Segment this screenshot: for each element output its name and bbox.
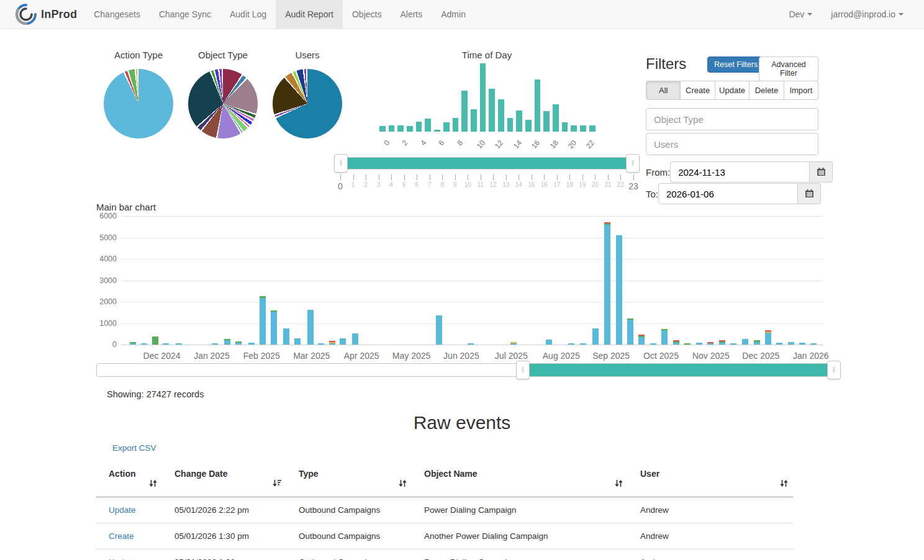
column-header-object-name[interactable]: Object Name bbox=[412, 463, 628, 497]
bar bbox=[510, 342, 517, 345]
advanced-filter-button[interactable]: Advanced Filter bbox=[759, 56, 818, 81]
bar bbox=[684, 343, 691, 345]
time-of-day-chart[interactable] bbox=[379, 63, 597, 132]
bar-segment-blue bbox=[294, 338, 301, 345]
date-range-slider[interactable]: ‖ ‖ bbox=[96, 363, 837, 377]
hour-tick bbox=[519, 174, 519, 180]
calendar-icon bbox=[817, 168, 826, 176]
nav-item-admin[interactable]: Admin bbox=[432, 0, 475, 29]
cell-action: Update bbox=[96, 549, 162, 560]
bar-segment-blue bbox=[271, 312, 277, 345]
hour-tick bbox=[442, 174, 443, 180]
bar bbox=[730, 343, 736, 345]
bar-segment-blue bbox=[673, 343, 679, 345]
hour-tick-label: 8 bbox=[440, 181, 444, 188]
bar-segment-blue bbox=[788, 342, 794, 345]
table-row: Create05/01/2026 1:30 pmOutbound Campaig… bbox=[96, 523, 793, 549]
pie-title-users: Users bbox=[270, 50, 345, 60]
hour-tick bbox=[417, 174, 417, 180]
object-type-pie-chart[interactable] bbox=[188, 69, 258, 138]
bar bbox=[799, 343, 805, 345]
hour-tick bbox=[468, 174, 468, 180]
env-menu[interactable]: Dev bbox=[779, 0, 822, 29]
x-axis-label: Jan 2025 bbox=[194, 351, 230, 361]
column-header-type[interactable]: Type bbox=[286, 463, 412, 497]
tod-axis-label: 16 bbox=[530, 138, 541, 150]
bar-segment-blue bbox=[765, 333, 771, 345]
brand[interactable]: InProd bbox=[0, 0, 84, 29]
bar bbox=[212, 343, 218, 345]
main-bar-chart-plot[interactable]: 0100020003000400050006000Dec 2024Jan 202… bbox=[121, 216, 823, 345]
x-axis-label: Feb 2025 bbox=[243, 351, 280, 361]
bar bbox=[141, 343, 147, 345]
action-filter-delete[interactable]: Delete bbox=[750, 81, 784, 100]
sort-icon[interactable] bbox=[615, 479, 623, 489]
y-axis-label: 1000 bbox=[99, 319, 117, 328]
action-filter-update[interactable]: Update bbox=[715, 81, 750, 100]
range-slider-right-handle[interactable]: ‖ bbox=[827, 361, 841, 379]
action-filter-create[interactable]: Create bbox=[681, 81, 715, 100]
range-slider-left-handle[interactable]: ‖ bbox=[516, 361, 530, 379]
to-date-input[interactable] bbox=[658, 183, 798, 204]
pie-title-action-type: Action Type bbox=[101, 50, 176, 60]
nav-right: Devjarrod@inprod.io bbox=[779, 0, 924, 29]
nav-item-objects[interactable]: Objects bbox=[343, 0, 391, 29]
x-axis-label: Dec 2025 bbox=[742, 351, 779, 361]
from-date-input[interactable] bbox=[670, 161, 810, 183]
action-link[interactable]: Update bbox=[109, 558, 136, 560]
from-calendar-button[interactable] bbox=[810, 161, 833, 183]
export-csv-link[interactable]: Export CSV bbox=[112, 443, 156, 453]
gridline-1000 bbox=[121, 323, 823, 324]
tod-bar-hour-11 bbox=[480, 63, 486, 132]
hour-tick-label: 12 bbox=[490, 181, 497, 188]
object-type-filter-input[interactable] bbox=[646, 108, 818, 130]
raw-events-title: Raw events bbox=[0, 412, 924, 433]
hour-tick bbox=[493, 174, 494, 180]
nav-item-audit-report[interactable]: Audit Report bbox=[276, 0, 343, 29]
x-axis-label: Mar 2025 bbox=[293, 351, 330, 361]
user-menu[interactable]: jarrod@inprod.io bbox=[822, 0, 913, 29]
tod-axis-label: 4 bbox=[419, 138, 428, 147]
calendar-icon bbox=[805, 189, 814, 198]
bar bbox=[546, 340, 552, 345]
tod-bar-hour-9 bbox=[461, 91, 468, 132]
nav-item-change-sync[interactable]: Change Sync bbox=[150, 0, 220, 29]
action-type-pie-chart[interactable] bbox=[104, 69, 173, 138]
nav-item-alerts[interactable]: Alerts bbox=[391, 0, 432, 29]
tod-axis-label: 6 bbox=[437, 138, 446, 147]
y-axis-label: 5000 bbox=[99, 233, 117, 242]
bar bbox=[318, 343, 324, 345]
x-axis-label: Dec 2024 bbox=[143, 351, 181, 361]
users-pie-chart[interactable] bbox=[273, 69, 342, 138]
sort-icon[interactable] bbox=[399, 479, 407, 489]
bar-segment-blue bbox=[546, 340, 552, 345]
action-filter-all[interactable]: All bbox=[646, 81, 681, 100]
hour-tick bbox=[404, 174, 405, 180]
bar-segment-blue bbox=[707, 343, 713, 345]
column-header-action[interactable]: Action bbox=[96, 463, 162, 497]
nav-item-changesets[interactable]: Changesets bbox=[84, 0, 150, 29]
hour-tick bbox=[366, 174, 366, 180]
sort-desc-icon[interactable] bbox=[273, 479, 281, 489]
column-header-user[interactable]: User bbox=[628, 463, 793, 497]
to-calendar-button[interactable] bbox=[798, 183, 821, 204]
sort-icon[interactable] bbox=[149, 479, 157, 489]
hour-slider-right-handle[interactable]: ‖ bbox=[626, 154, 640, 173]
bar-segment-blue bbox=[568, 343, 574, 345]
y-axis-label: 2000 bbox=[99, 297, 117, 306]
y-axis-label: 6000 bbox=[99, 212, 117, 220]
action-filter-import[interactable]: Import bbox=[784, 81, 818, 100]
bar-segment-blue bbox=[212, 343, 218, 345]
tod-axis-label: 10 bbox=[475, 138, 487, 150]
hour-slider-left-handle[interactable]: ‖ bbox=[334, 154, 348, 173]
action-link[interactable]: Update bbox=[109, 505, 136, 515]
column-header-change-date[interactable]: Change Date bbox=[162, 463, 286, 497]
users-filter-input[interactable] bbox=[646, 133, 818, 155]
nav-item-audit-log[interactable]: Audit Log bbox=[220, 0, 276, 29]
hour-range-slider[interactable]: ‖ ‖ bbox=[340, 157, 633, 169]
bar-segment-blue bbox=[730, 343, 736, 345]
reset-filters-button[interactable]: Reset Filters bbox=[707, 56, 764, 73]
sort-icon[interactable] bbox=[780, 479, 788, 489]
action-link[interactable]: Create bbox=[109, 531, 134, 541]
hour-tick bbox=[430, 174, 430, 180]
